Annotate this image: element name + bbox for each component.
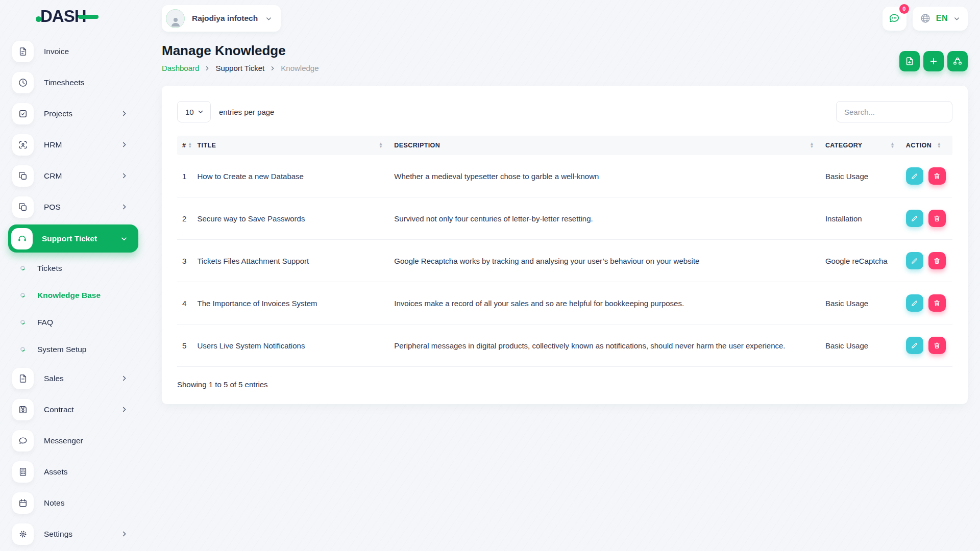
vector-button[interactable]: [947, 51, 968, 71]
row-num: 2: [177, 197, 197, 240]
delete-button[interactable]: [928, 210, 946, 227]
row-num: 4: [177, 282, 197, 324]
sidebar: DASH Invoice Timesheets Projects: [0, 0, 145, 551]
chevron-down-icon: [197, 108, 204, 115]
sidebar-subitem-faq[interactable]: FAQ: [0, 309, 145, 336]
row-title: How to Create a new Database: [197, 155, 394, 197]
chevron-right-icon: [270, 65, 276, 71]
chevron-right-icon: [204, 65, 210, 71]
sidebar-nav: Invoice Timesheets Projects HRM: [0, 33, 145, 549]
sidebar-subitem-system-setup[interactable]: System Setup: [0, 336, 145, 363]
sidebar-item-pos[interactable]: POS: [0, 191, 145, 222]
sidebar-item-timesheets[interactable]: Timesheets: [0, 67, 145, 98]
sidebar-subitem-label: Knowledge Base: [37, 291, 101, 300]
sidebar-item-crm[interactable]: CRM: [0, 160, 145, 191]
column-header-category[interactable]: CATEGORY▲▼: [825, 136, 906, 155]
chevron-down-icon: [953, 15, 961, 22]
breadcrumb-section: Support Ticket: [215, 64, 264, 72]
avatar: [166, 9, 185, 28]
row-title: The Importance of Invoices System: [197, 282, 394, 324]
company-switcher[interactable]: Rajodiya infotech: [162, 5, 281, 32]
sidebar-item-contract[interactable]: Contract: [0, 394, 145, 425]
delete-button[interactable]: [928, 167, 946, 185]
sidebar-item-projects[interactable]: Projects: [0, 98, 145, 129]
logo-dash-bar: [78, 15, 99, 19]
sidebar-item-label: POS: [44, 203, 120, 212]
edit-button[interactable]: [906, 337, 923, 354]
sidebar-item-sales[interactable]: Sales: [0, 363, 145, 394]
sidebar-item-label: Sales: [44, 374, 120, 383]
language-code: EN: [936, 14, 948, 23]
sidebar-item-label: HRM: [44, 140, 120, 149]
messages-badge: 0: [899, 4, 909, 14]
edit-button[interactable]: [906, 294, 923, 312]
chevron-down-icon: [265, 15, 273, 22]
bullet-icon: [19, 265, 26, 271]
chevron-right-icon: [120, 110, 128, 117]
row-category: Google reCaptcha: [825, 240, 906, 282]
breadcrumb-current: Knowledge: [281, 64, 318, 72]
row-title: Secure way to Save Passwords: [197, 197, 394, 240]
sidebar-item-label: Assets: [44, 467, 128, 477]
globe-icon: [920, 13, 931, 24]
bullet-icon: [19, 346, 26, 352]
entries-per-page-select[interactable]: 10: [177, 101, 211, 122]
column-header-description[interactable]: DESCRIPTION▲▼: [394, 136, 825, 155]
sidebar-item-label: Notes: [44, 498, 128, 508]
sidebar-item-messenger[interactable]: Messenger: [0, 425, 145, 456]
chevron-right-icon: [120, 530, 128, 538]
sidebar-item-assets[interactable]: Assets: [0, 456, 145, 487]
row-category: Basic Usage: [825, 282, 906, 324]
edit-button[interactable]: [906, 252, 923, 269]
main-area: Rajodiya infotech 0 EN Manage K: [145, 0, 980, 404]
sidebar-item-label: Support Ticket: [42, 234, 120, 243]
sidebar-item-hrm[interactable]: HRM: [0, 129, 145, 160]
column-header-title[interactable]: TITLE▲▼: [197, 136, 394, 155]
topbar-actions: 0 EN: [883, 7, 968, 31]
sidebar-item-settings[interactable]: Settings: [0, 518, 145, 549]
chevron-right-icon: [120, 203, 128, 211]
delete-button[interactable]: [928, 252, 946, 269]
sidebar-subitem-label: System Setup: [37, 345, 87, 354]
search-input[interactable]: [836, 101, 952, 122]
dash-logo: DASH: [36, 7, 99, 26]
breadcrumb: Dashboard Support Ticket Knowledge: [162, 64, 319, 72]
sidebar-item-label: Settings: [44, 530, 120, 539]
column-header-num[interactable]: #▲▼: [177, 136, 197, 155]
table-row: 5 Users Live System Notifications Periph…: [177, 324, 952, 367]
edit-button[interactable]: [906, 167, 923, 185]
sidebar-item-support-ticket[interactable]: Support Ticket: [8, 224, 138, 253]
delete-button[interactable]: [928, 337, 946, 354]
column-header-action[interactable]: ACTION▲▼: [906, 136, 952, 155]
copy-icon: [12, 165, 34, 187]
add-button[interactable]: [923, 51, 944, 71]
export-button[interactable]: [899, 51, 920, 71]
delete-button[interactable]: [928, 294, 946, 312]
sidebar-subitem-knowledge-base[interactable]: Knowledge Base: [0, 282, 145, 309]
user-scan-icon: [12, 134, 34, 156]
sidebar-subitem-label: FAQ: [37, 318, 53, 327]
messages-button[interactable]: 0: [883, 7, 906, 31]
sidebar-item-label: CRM: [44, 171, 120, 181]
page-title: Manage Knowledge: [162, 43, 319, 59]
row-description: Invoices make a record of all your sales…: [394, 282, 825, 324]
chat-bubble-icon: [12, 430, 34, 452]
sort-icon: ▲▼: [810, 142, 814, 148]
brand-logo[interactable]: DASH: [0, 0, 145, 33]
row-title: Users Live System Notifications: [197, 324, 394, 367]
edit-button[interactable]: [906, 210, 923, 227]
bullet-icon: [19, 319, 26, 325]
invoice-file-icon: [12, 41, 34, 62]
row-description: Google Recaptcha works by tracking and a…: [394, 240, 825, 282]
sidebar-item-invoice[interactable]: Invoice: [0, 36, 145, 67]
row-title: Tickets Files Attachment Support: [197, 240, 394, 282]
sidebar-item-notes[interactable]: Notes: [0, 487, 145, 518]
calendar-icon: [12, 492, 34, 514]
breadcrumb-dashboard[interactable]: Dashboard: [162, 64, 199, 72]
sidebar-subitem-tickets[interactable]: Tickets: [0, 255, 145, 282]
table-summary: Showing 1 to 5 of 5 entries: [177, 380, 952, 389]
sidebar-item-label: Projects: [44, 109, 120, 118]
row-num: 1: [177, 155, 197, 197]
language-selector[interactable]: EN: [913, 7, 968, 31]
clock-icon: [12, 72, 34, 93]
